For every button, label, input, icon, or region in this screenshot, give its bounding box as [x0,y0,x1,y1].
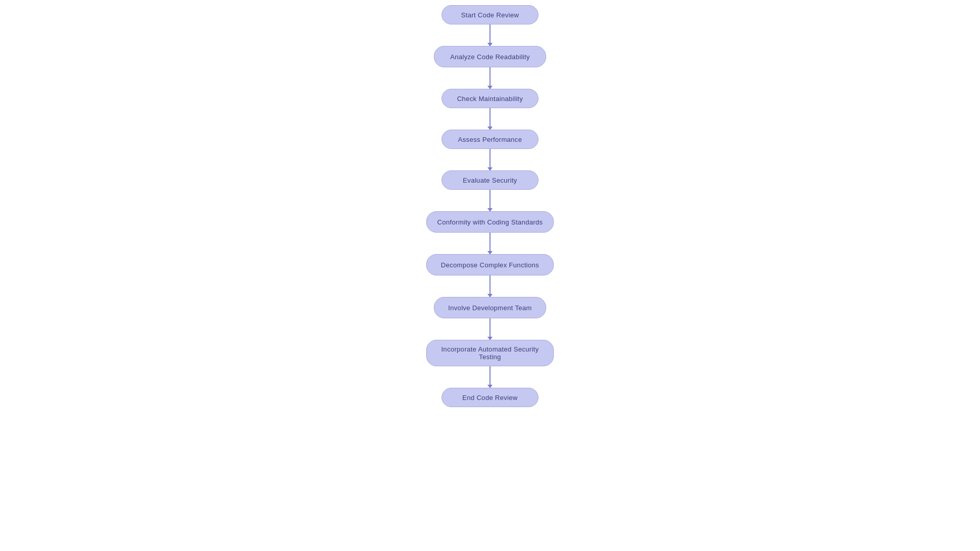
node-analyze-code-readability[interactable]: Analyze Code Readability [434,46,546,67]
connector-8 [489,366,491,388]
connector-5 [489,233,491,254]
node-end-code-review[interactable]: End Code Review [442,388,538,407]
node-assess-performance[interactable]: Assess Performance [442,130,538,149]
node-start-code-review[interactable]: Start Code Review [442,5,538,24]
node-evaluate-security[interactable]: Evaluate Security [442,170,538,190]
node-conformity-coding-standards[interactable]: Conformity with Coding Standards [426,211,554,233]
node-decompose-complex-functions[interactable]: Decompose Complex Functions [426,254,554,276]
connector-2 [489,108,491,130]
connector-3 [489,149,491,170]
node-incorporate-automated-security-testing[interactable]: Incorporate Automated Security Testing [426,340,554,366]
node-involve-development-team[interactable]: Involve Development Team [434,297,546,318]
connector-6 [489,276,491,297]
flowchart: Start Code ReviewAnalyze Code Readabilit… [426,0,554,407]
connector-1 [489,67,491,89]
connector-7 [489,318,491,340]
connector-4 [489,190,491,211]
node-check-maintainability[interactable]: Check Maintainability [442,89,538,108]
connector-0 [489,24,491,46]
